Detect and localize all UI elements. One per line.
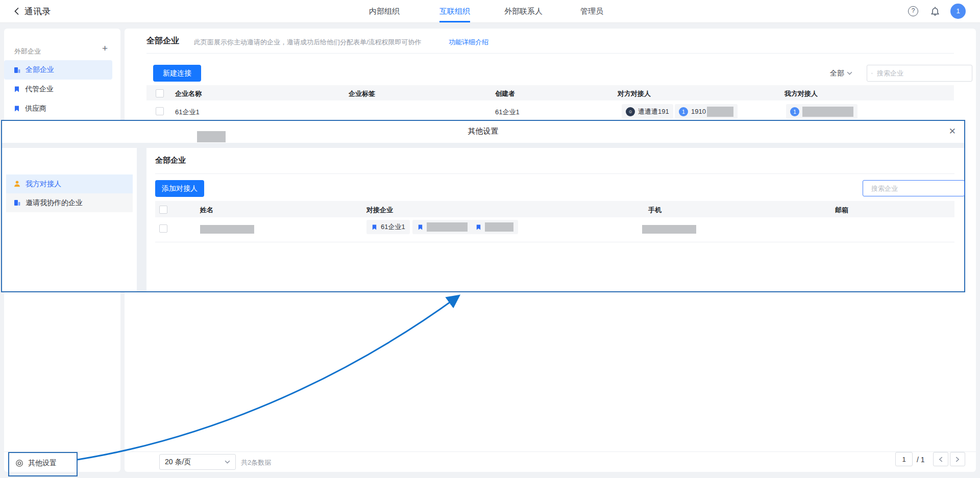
linked-company-tag: 61企业1	[366, 220, 410, 234]
col-linked-company: 对接企业	[366, 206, 393, 215]
col-company-name: 企业名称	[175, 89, 202, 98]
sidebar-header: 外部企业	[14, 47, 41, 56]
page-title: 通讯录	[24, 6, 51, 17]
modal-menu: 我方对接人 邀请我协作的企业	[2, 148, 137, 291]
modal-company-search-input[interactable]	[870, 184, 962, 193]
modal-select-all-checkbox[interactable]	[159, 206, 167, 214]
modal-menu-label: 邀请我协作的企业	[26, 198, 83, 208]
contact-avatar: 1	[679, 107, 688, 116]
page-size-select[interactable]: 20 条/页	[159, 454, 236, 470]
main-header-divider	[146, 53, 954, 54]
other-settings-label: 其他设置	[28, 459, 57, 468]
redacted-block	[642, 225, 696, 234]
sidebar-item-managed-companies[interactable]: 代管企业	[4, 80, 112, 99]
app-root: 通讯录 内部组织 互联组织 外部联系人 管理员 ? 1 外部企业 + 全部企业 …	[0, 0, 980, 478]
building-icon	[13, 199, 21, 207]
counterpart-contact-pill: 1 1910	[675, 104, 738, 119]
main-title: 全部企业	[146, 36, 179, 46]
select-all-checkbox[interactable]	[156, 89, 164, 97]
other-settings-modal: 其他设置 ✕ 我方对接人 邀请我协作的企业 全部企业 添加对接人 姓名 对接企业	[1, 120, 965, 292]
bookmark-icon	[13, 86, 20, 93]
total-pages-label: / 1	[917, 456, 925, 464]
modal-menu-label: 我方对接人	[26, 180, 61, 189]
notification-bell-icon[interactable]	[930, 6, 940, 16]
modal-row-divider	[155, 242, 954, 242]
top-bar: 通讯录 内部组织 互联组织 外部联系人 管理员 ? 1	[0, 0, 980, 23]
sidebar-item-label: 供应商	[25, 104, 46, 113]
chevron-right-icon	[955, 457, 960, 462]
chevron-left-icon	[939, 457, 943, 462]
page-size-label: 20 条/页	[165, 458, 191, 467]
col-company-tag: 企业标签	[349, 89, 375, 98]
bookmark-icon	[371, 224, 378, 231]
bookmark-icon	[13, 105, 20, 112]
modal-row-checkbox[interactable]	[159, 224, 167, 233]
col-creator: 创建者	[495, 89, 515, 98]
main-footer-divider	[125, 451, 976, 452]
total-count-label: 共2条数据	[241, 458, 271, 467]
bookmark-icon	[417, 224, 424, 231]
modal-company-search	[863, 180, 965, 196]
contact-name: 1910	[691, 108, 706, 115]
chevron-down-icon	[225, 460, 230, 464]
linked-company-tag	[412, 220, 472, 234]
sidebar-item-all-companies[interactable]: 全部企业	[4, 60, 112, 80]
main-table-header	[146, 85, 954, 100]
cell-company-name: 61企业1	[175, 108, 200, 117]
feature-intro-link[interactable]: 功能详细介绍	[449, 38, 488, 47]
linked-company-tag	[471, 220, 518, 234]
sidebar-item-suppliers[interactable]: 供应商	[4, 99, 112, 118]
redacted-block	[802, 107, 853, 117]
contact-avatar: ☺	[626, 107, 635, 116]
counterpart-contact-pill: ☺ 遭遭遭191	[622, 104, 673, 119]
filter-dropdown-label: 全部	[830, 69, 844, 78]
col-mobile: 手机	[648, 206, 662, 215]
cell-creator: 61企业1	[495, 108, 520, 117]
tag-label: 61企业1	[381, 222, 405, 232]
plus-icon[interactable]: +	[102, 43, 108, 54]
settings-icon	[15, 459, 23, 467]
chevron-down-icon	[847, 71, 852, 76]
redacted-block	[485, 222, 513, 232]
sidebar-footer-divider	[4, 451, 120, 452]
row-checkbox[interactable]	[156, 107, 164, 115]
modal-body-title: 全部企业	[155, 156, 186, 165]
sidebar-item-label: 代管企业	[25, 85, 54, 94]
redacted-block	[427, 222, 468, 232]
back-button[interactable]	[12, 7, 21, 16]
tab-admin[interactable]: 管理员	[580, 0, 603, 21]
new-connection-button[interactable]: 新建连接	[153, 65, 201, 82]
redacted-block	[200, 225, 254, 234]
user-avatar[interactable]: 1	[950, 4, 966, 19]
redacted-block	[197, 131, 226, 142]
col-our-contact: 我方对接人	[785, 89, 818, 98]
building-icon	[13, 66, 21, 74]
contact-avatar: 1	[790, 107, 799, 116]
add-contact-button[interactable]: 添加对接人	[155, 180, 204, 197]
help-icon[interactable]: ?	[908, 6, 918, 16]
page-number-input[interactable]	[895, 452, 913, 466]
col-counterpart-contact: 对方对接人	[618, 89, 651, 98]
modal-title: 其他设置	[2, 127, 964, 136]
other-settings-button[interactable]: 其他设置	[15, 459, 107, 468]
tab-external-contacts[interactable]: 外部联系人	[504, 0, 543, 21]
sidebar-item-label: 全部企业	[26, 65, 54, 74]
modal-menu-item-our-contacts[interactable]: 我方对接人	[6, 174, 133, 193]
next-page-button[interactable]	[950, 452, 965, 466]
modal-body-divider	[155, 173, 954, 174]
bookmark-icon	[475, 224, 482, 231]
person-icon	[13, 180, 21, 188]
tab-internal-org[interactable]: 内部组织	[369, 0, 400, 21]
tab-interconnect-org[interactable]: 互联组织	[439, 0, 470, 22]
close-icon[interactable]: ✕	[949, 126, 956, 137]
magnifier-icon	[871, 70, 873, 77]
redacted-block	[707, 107, 733, 117]
contact-name: 遭遭遭191	[638, 107, 669, 116]
modal-menu-item-invited-companies[interactable]: 邀请我协作的企业	[6, 193, 133, 212]
prev-page-button[interactable]	[933, 452, 948, 466]
col-name: 姓名	[200, 206, 213, 215]
company-search	[867, 65, 972, 82]
our-contact-pill: 1	[786, 104, 857, 119]
filter-dropdown[interactable]: 全部	[830, 69, 852, 78]
company-search-input[interactable]	[876, 69, 968, 78]
